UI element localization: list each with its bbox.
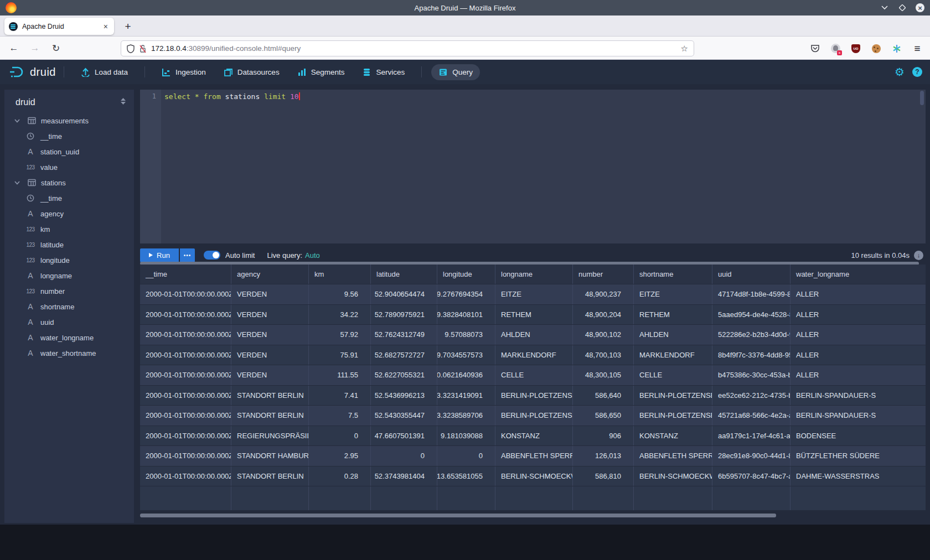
table-cell[interactable]: 13.3238589706 [437, 406, 495, 426]
table-cell[interactable]: RETHEM [495, 305, 573, 325]
table-cell[interactable]: STANDORT BERLIN [231, 466, 309, 486]
table-cell[interactable]: 52.6227055321 [371, 365, 437, 385]
table-cell[interactable]: VERDEN [231, 325, 309, 345]
table-cell[interactable]: STANDORT HAMBURG [231, 446, 309, 466]
table-cell[interactable]: 2000-01-01T00:00:00.000Z [140, 365, 231, 385]
table-cell[interactable]: 126,013 [573, 446, 634, 466]
table-cell[interactable]: 586,810 [573, 466, 634, 486]
auto-limit-toggle[interactable] [204, 251, 220, 260]
table-cell[interactable]: KONSTANZ [634, 426, 712, 446]
table-cell[interactable]: CELLE [634, 365, 712, 385]
table-cell[interactable]: 48,900,102 [573, 325, 634, 345]
column-header-water_longname[interactable]: water_longname [790, 265, 926, 284]
table-cell[interactable]: 52.9040654474 [371, 284, 437, 304]
table-cell[interactable]: aa9179c1-17ef-4c61-a48 [712, 426, 790, 446]
tree-column-agency[interactable]: Aagency [4, 206, 134, 221]
table-cell[interactable]: VERDEN [231, 365, 309, 385]
table-cell[interactable]: MARKLENDORF [495, 345, 573, 365]
table-cell[interactable]: REGIERUNGSPRÄSIDIUM [231, 426, 309, 446]
table-cell[interactable]: MARKLENDORF [634, 345, 712, 365]
table-cell[interactable]: 47174d8f-1b8e-4599-8a [712, 284, 790, 304]
tree-table-measurements[interactable]: measurements [4, 113, 134, 128]
table-cell[interactable]: ALLER [790, 345, 926, 365]
column-header-uuid[interactable]: uuid [712, 265, 790, 284]
window-maximize-icon[interactable] [898, 3, 907, 12]
table-cell[interactable]: BERLIN-SCHMOECKWITZ [634, 466, 712, 486]
table-cell[interactable]: EITZE [634, 284, 712, 304]
table-cell[interactable]: 2000-01-01T00:00:00.000Z [140, 325, 231, 345]
table-cell[interactable]: BERLIN-PLOETZENSEE C [495, 386, 573, 406]
tree-table-stations[interactable]: stations [4, 175, 134, 190]
table-cell[interactable]: VERDEN [231, 345, 309, 365]
nav-item-segments[interactable]: Segments [290, 64, 352, 80]
table-cell[interactable]: 6b595707-8c47-4bc7-a8 [712, 466, 790, 486]
window-minimize-icon[interactable] [880, 3, 889, 12]
table-cell[interactable]: 48,700,103 [573, 345, 634, 365]
tree-column-__time[interactable]: __time [4, 190, 134, 206]
table-cell[interactable]: 9.181039088 [437, 426, 495, 446]
tree-column-longname[interactable]: Alongname [4, 268, 134, 283]
table-cell[interactable]: VERDEN [231, 284, 309, 304]
tree-column-value[interactable]: 123value [4, 159, 134, 175]
table-cell[interactable]: 0 [437, 446, 495, 466]
help-icon[interactable]: ? [912, 67, 922, 77]
cookie-icon[interactable] [871, 44, 881, 54]
column-header-longname[interactable]: longname [495, 265, 573, 284]
table-cell[interactable]: ABBENFLETH SPERRWEI [634, 446, 712, 466]
table-cell[interactable]: BODENSEE [790, 426, 926, 446]
table-cell[interactable]: KONSTANZ [495, 426, 573, 446]
table-cell[interactable]: CELLE [495, 365, 573, 385]
tree-column-uuid[interactable]: Auuid [4, 314, 134, 330]
column-header-longitude[interactable]: longitude [437, 265, 495, 284]
column-header-__time[interactable]: __time [140, 265, 231, 284]
query-text[interactable]: select * from stations limit 10 [164, 92, 300, 102]
table-cell[interactable]: RETHEM [634, 305, 712, 325]
table-cell[interactable]: 75.91 [309, 345, 371, 365]
new-tab-button[interactable]: + [121, 19, 135, 34]
table-cell[interactable]: b475386c-30cc-453a-b3 [712, 365, 790, 385]
table-cell[interactable]: 2000-01-01T00:00:00.000Z [140, 284, 231, 304]
table-cell[interactable]: VERDEN [231, 305, 309, 325]
table-cell[interactable]: 48,900,204 [573, 305, 634, 325]
table-cell[interactable]: 34.22 [309, 305, 371, 325]
tree-column-longitude[interactable]: 123longitude [4, 252, 134, 268]
druid-brand[interactable]: druid [9, 65, 56, 79]
table-cell[interactable]: 586,640 [573, 386, 634, 406]
table-cell[interactable]: 28ec91e8-90c0-44d1-8f [712, 446, 790, 466]
column-header-km[interactable]: km [309, 265, 371, 284]
tree-column-__time[interactable]: __time [4, 128, 134, 144]
url-bar[interactable]: 172.18.0.4:30899/unified-console.html#qu… [121, 40, 694, 56]
query-editor[interactable]: 1 select * from stations limit 10 [140, 90, 926, 243]
table-cell[interactable]: 906 [573, 426, 634, 446]
column-header-agency[interactable]: agency [231, 265, 309, 284]
nav-item-services[interactable]: Services [355, 64, 412, 80]
nav-item-ingestion[interactable]: Ingestion [154, 64, 213, 80]
table-cell[interactable]: 52.3743981404 [371, 466, 437, 486]
table-cell[interactable]: BERLIN-PLOETZENSEE C [634, 386, 712, 406]
table-cell[interactable]: 13.3231419091 [437, 386, 495, 406]
table-cell[interactable]: 9.57088073 [437, 325, 495, 345]
reload-button[interactable]: ↻ [49, 41, 63, 55]
table-cell[interactable]: EITZE [495, 284, 573, 304]
table-cell[interactable]: 45721a68-566c-4e2a-a6 [712, 406, 790, 426]
download-icon[interactable]: ↓ [914, 251, 923, 260]
table-cell[interactable]: 522286e2-b2b3-4d0d-9a [712, 325, 790, 345]
table-cell[interactable]: 10.0621640936 [437, 365, 495, 385]
table-cell[interactable]: 8b4f9f7c-3376-4dd8-95c [712, 345, 790, 365]
table-cell[interactable]: 2000-01-01T00:00:00.000Z [140, 386, 231, 406]
table-cell[interactable]: 0 [309, 426, 371, 446]
table-cell[interactable]: 9.7034557573 [437, 345, 495, 365]
tree-column-water_longname[interactable]: Awater_longname [4, 330, 134, 345]
live-query-value[interactable]: Auto [305, 251, 320, 260]
table-cell[interactable]: BÜTZFLETHER SÜDERE [790, 446, 926, 466]
account-mask-icon[interactable]: × [830, 44, 840, 54]
nav-item-datasources[interactable]: Datasources [216, 64, 287, 80]
table-cell[interactable]: ALLER [790, 305, 926, 325]
gear-icon[interactable]: ⚙ [895, 66, 905, 77]
lock-broken-icon[interactable] [139, 44, 147, 53]
table-cell[interactable]: AHLDEN [495, 325, 573, 345]
tree-column-number[interactable]: 123number [4, 283, 134, 299]
table-cell[interactable]: 2000-01-01T00:00:00.000Z [140, 426, 231, 446]
ublock-icon[interactable]: UO [851, 44, 861, 54]
table-cell[interactable]: 52.5436996213 [371, 386, 437, 406]
